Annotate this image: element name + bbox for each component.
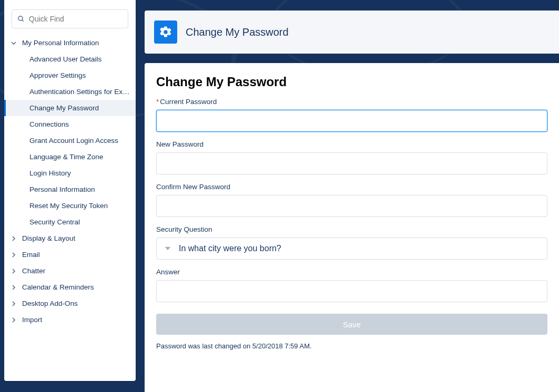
nav-item-change-password[interactable]: Change My Password bbox=[4, 100, 136, 116]
nav-section-desktop-addons[interactable]: Desktop Add-Ons bbox=[4, 295, 136, 312]
chevron-down-icon bbox=[165, 247, 170, 250]
nav-item-reset-security-token[interactable]: Reset My Security Token bbox=[4, 198, 136, 214]
gear-icon bbox=[154, 20, 177, 44]
nav-section-label: Display & Layout bbox=[22, 234, 75, 242]
nav-item-label: Grant Account Login Access bbox=[29, 137, 118, 145]
search-box[interactable] bbox=[12, 9, 128, 28]
nav-section-import[interactable]: Import bbox=[4, 312, 136, 328]
chevron-down-icon bbox=[9, 40, 18, 46]
current-password-label: *Current Password bbox=[156, 98, 547, 106]
answer-input[interactable] bbox=[156, 280, 547, 302]
nav-section-email[interactable]: Email bbox=[4, 246, 136, 263]
chevron-right-icon bbox=[9, 301, 18, 306]
confirm-password-input[interactable] bbox=[156, 195, 547, 217]
svg-line-1 bbox=[22, 20, 24, 22]
nav-item-label: Security Central bbox=[29, 218, 80, 226]
search-input[interactable] bbox=[29, 15, 123, 23]
nav-item-security-central[interactable]: Security Central bbox=[4, 214, 136, 230]
nav-section-chatter[interactable]: Chatter bbox=[4, 263, 136, 279]
page-header: Change My Password bbox=[145, 11, 559, 54]
nav-section-display-layout[interactable]: Display & Layout bbox=[4, 230, 136, 246]
nav-item-label: Personal Information bbox=[29, 185, 95, 193]
nav-item-personal-information[interactable]: Personal Information bbox=[4, 181, 136, 198]
field-answer: Answer bbox=[156, 268, 547, 302]
field-current-password: *Current Password bbox=[156, 98, 547, 132]
field-security-question: Security Question In what city were you … bbox=[156, 225, 547, 260]
nav-section-label: Import bbox=[22, 316, 42, 324]
confirm-password-label: Confirm New Password bbox=[156, 183, 547, 191]
chevron-right-icon bbox=[9, 269, 18, 274]
nav-item-label: Approver Settings bbox=[29, 71, 86, 79]
nav-section-label: Desktop Add-Ons bbox=[22, 300, 78, 307]
nav-section-label: Chatter bbox=[22, 267, 45, 275]
nav-item-grant-login-access[interactable]: Grant Account Login Access bbox=[4, 132, 136, 149]
field-confirm-password: Confirm New Password bbox=[156, 183, 547, 217]
password-last-changed-note: Password was last changed on 5/20/2018 7… bbox=[156, 342, 547, 350]
nav-item-advanced-user-details[interactable]: Advanced User Details bbox=[4, 51, 136, 67]
nav-item-connections[interactable]: Connections bbox=[4, 116, 136, 132]
security-question-value: In what city were you born? bbox=[179, 244, 281, 253]
nav: My Personal Information Advanced User De… bbox=[4, 32, 136, 328]
nav-section-label: Calendar & Reminders bbox=[22, 283, 94, 291]
nav-section-personal-info[interactable]: My Personal Information bbox=[4, 35, 136, 51]
label-text: Current Password bbox=[160, 98, 217, 106]
svg-point-0 bbox=[18, 16, 23, 20]
chevron-right-icon bbox=[9, 317, 18, 323]
nav-item-label: Login History bbox=[29, 169, 71, 177]
nav-item-label: Language & Time Zone bbox=[29, 153, 103, 161]
sidebar: My Personal Information Advanced User De… bbox=[4, 0, 136, 381]
save-button[interactable]: Save bbox=[156, 314, 547, 335]
nav-item-language-timezone[interactable]: Language & Time Zone bbox=[4, 149, 136, 165]
page-header-title: Change My Password bbox=[186, 26, 289, 38]
nav-item-label: Reset My Security Token bbox=[29, 202, 108, 210]
nav-item-label: Connections bbox=[29, 120, 69, 128]
security-question-label: Security Question bbox=[156, 225, 547, 233]
new-password-label: New Password bbox=[156, 140, 547, 148]
nav-item-label: Advanced User Details bbox=[29, 55, 101, 63]
page-title: Change My Password bbox=[156, 75, 547, 89]
nav-item-label: Authentication Settings for Ext... bbox=[29, 88, 130, 96]
nav-item-auth-settings-external[interactable]: Authentication Settings for Ext... bbox=[4, 84, 136, 100]
current-password-input[interactable] bbox=[156, 110, 547, 132]
answer-label: Answer bbox=[156, 268, 547, 276]
search-container bbox=[4, 9, 136, 32]
nav-item-label: Change My Password bbox=[29, 104, 99, 112]
field-new-password: New Password bbox=[156, 140, 547, 174]
nav-section-label: Email bbox=[22, 251, 40, 259]
nav-item-approver-settings[interactable]: Approver Settings bbox=[4, 67, 136, 84]
required-marker: * bbox=[156, 98, 159, 106]
search-icon bbox=[17, 15, 25, 23]
chevron-right-icon bbox=[9, 252, 18, 257]
security-question-select[interactable]: In what city were you born? bbox=[156, 238, 547, 260]
nav-section-label: My Personal Information bbox=[22, 39, 99, 47]
chevron-right-icon bbox=[9, 236, 18, 241]
new-password-input[interactable] bbox=[156, 152, 547, 174]
nav-item-login-history[interactable]: Login History bbox=[4, 165, 136, 181]
content-panel: Change My Password *Current Password New… bbox=[145, 63, 559, 392]
nav-section-calendar-reminders[interactable]: Calendar & Reminders bbox=[4, 279, 136, 295]
chevron-right-icon bbox=[9, 285, 18, 290]
